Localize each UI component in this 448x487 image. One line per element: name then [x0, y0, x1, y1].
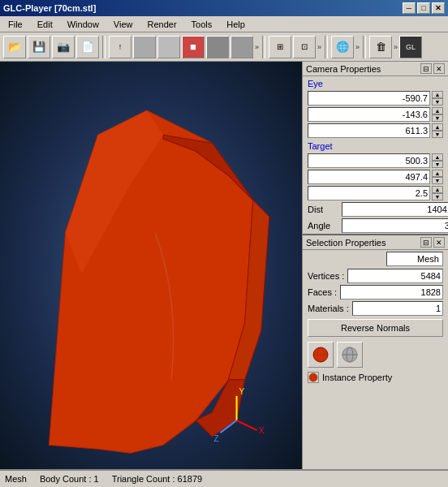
menu-tools[interactable]: Tools — [187, 18, 218, 31]
eye-x-up[interactable]: ▲ — [432, 91, 443, 98]
selection-close-button[interactable]: ✕ — [433, 237, 445, 248]
target-label: Target — [303, 139, 448, 153]
angle-row: Angle ▲ ▼ — [303, 218, 448, 234]
eye-y-up[interactable]: ▲ — [432, 107, 443, 114]
status-bar: Mesh Body Count : 1 Triangle Count : 618… — [0, 469, 448, 487]
viewport[interactable]: Y Z X — [0, 62, 302, 469]
camera-properties-header: Camera Properties ⊟ ✕ — [303, 62, 448, 76]
toolbar-grid2-button[interactable]: ⊡ — [293, 36, 316, 58]
target-z-down[interactable]: ▼ — [432, 193, 443, 200]
toolbar-separator-4 — [363, 36, 366, 58]
angle-input[interactable] — [342, 218, 448, 233]
toolbar-up-button[interactable]: ↑ — [109, 36, 131, 58]
selection-detach-button[interactable]: ⊟ — [420, 237, 432, 248]
target-y-down[interactable]: ▼ — [432, 177, 443, 184]
target-x-up[interactable]: ▲ — [432, 153, 443, 161]
target-x-input[interactable] — [308, 153, 430, 168]
selection-properties-title: Selection Properties — [306, 238, 386, 248]
maximize-button[interactable]: □ — [417, 2, 430, 14]
selection-properties-header: Selection Properties ⊟ ✕ — [303, 234, 448, 250]
svg-line-9 — [237, 420, 257, 430]
angle-label: Angle — [308, 221, 340, 231]
main-area: Y Z X Camera Properties ⊟ ✕ Eye ▲ — [0, 62, 448, 469]
menu-window[interactable]: Window — [62, 18, 104, 31]
close-button[interactable]: ✕ — [432, 2, 445, 14]
target-z-spinners: ▲ ▼ — [432, 186, 443, 200]
toolbar-trash-button[interactable]: 🗑 — [369, 36, 392, 58]
mesh-row: Mesh — [303, 250, 448, 268]
eye-y-row: ▲ ▼ — [303, 106, 448, 123]
eye-z-input[interactable] — [308, 123, 430, 138]
minimize-button[interactable]: ─ — [403, 2, 416, 14]
materials-label: Materials : — [308, 304, 349, 313]
eye-y-input[interactable] — [308, 107, 430, 122]
target-x-down[interactable]: ▼ — [432, 161, 443, 168]
toolbar-expand-1[interactable]: » — [255, 43, 259, 51]
dist-row: Dist ▲ ▼ — [303, 201, 448, 218]
toolbar-separator-3 — [325, 36, 328, 58]
target-z-up[interactable]: ▲ — [432, 186, 443, 193]
target-y-input[interactable] — [308, 170, 430, 184]
eye-y-spinners: ▲ ▼ — [432, 107, 443, 122]
camera-detach-button[interactable]: ⊟ — [420, 63, 432, 74]
toolbar-save-button[interactable]: 💾 — [28, 36, 50, 58]
target-y-row: ▲ ▼ — [303, 169, 448, 185]
title-bar: GLC-Player [70cm.stl] ─ □ ✕ — [0, 0, 448, 16]
svg-text:X: X — [259, 426, 265, 435]
eye-label: Eye — [303, 76, 448, 90]
material-icon-button[interactable] — [308, 342, 334, 368]
title-bar-buttons: ─ □ ✕ — [403, 2, 445, 14]
toolbar-info-button[interactable]: 📄 — [76, 36, 99, 58]
faces-value: 1828 — [340, 285, 443, 300]
eye-x-row: ▲ ▼ — [303, 90, 448, 106]
status-triangle-count: Triangle Count : 61879 — [112, 474, 203, 484]
icon-buttons-row — [303, 339, 448, 370]
eye-z-up[interactable]: ▲ — [432, 123, 443, 131]
toolbar-grid-button[interactable]: ⊞ — [269, 36, 291, 58]
toolbar-expand-4[interactable]: » — [394, 43, 398, 51]
target-y-up[interactable]: ▲ — [432, 170, 443, 177]
svg-text:Y: Y — [239, 387, 245, 396]
dist-input[interactable] — [342, 202, 448, 217]
toolbar-logo-button[interactable]: GL — [399, 36, 422, 58]
toolbar-expand-3[interactable]: » — [355, 43, 360, 51]
eye-z-down[interactable]: ▼ — [432, 131, 443, 138]
window-title: GLC-Player [70cm.stl] — [3, 3, 96, 13]
camera-close-button[interactable]: ✕ — [433, 63, 445, 74]
menu-help[interactable]: Help — [222, 18, 250, 31]
reverse-normals-button[interactable]: Reverse Normals — [308, 319, 443, 337]
vertices-row: Vertices : 5484 — [303, 268, 448, 284]
toolbar-model-button[interactable]: 🌐 — [331, 36, 354, 58]
target-x-spinners: ▲ ▼ — [432, 153, 443, 168]
toolbar-view2-button[interactable] — [157, 36, 180, 58]
svg-text:Z: Z — [213, 434, 218, 443]
target-x-row: ▲ ▼ — [303, 153, 448, 169]
eye-x-down[interactable]: ▼ — [432, 98, 443, 106]
materials-row: Materials : 1 — [303, 300, 448, 317]
target-z-input[interactable] — [308, 186, 430, 200]
status-mesh: Mesh — [5, 474, 27, 484]
toolbar-separator-2 — [262, 36, 265, 58]
eye-z-row: ▲ ▼ — [303, 123, 448, 139]
toolbar-screenshot-button[interactable]: 📷 — [52, 36, 75, 58]
menu-edit[interactable]: Edit — [32, 18, 58, 31]
eye-y-down[interactable]: ▼ — [432, 114, 443, 122]
eye-x-input[interactable] — [308, 91, 430, 106]
instance-property-label: Instance Property — [322, 373, 392, 382]
3d-scene: Y Z X — [0, 62, 302, 469]
toolbar-view5-button[interactable] — [230, 36, 253, 58]
svg-point-18 — [309, 373, 317, 381]
eye-z-spinners: ▲ ▼ — [432, 123, 443, 138]
menu-file[interactable]: File — [3, 18, 28, 31]
menu-view[interactable]: View — [109, 18, 138, 31]
toolbar-expand-2[interactable]: » — [317, 43, 321, 51]
toolbar-view4-button[interactable] — [206, 36, 229, 58]
toolbar-open-button[interactable]: 📂 — [3, 36, 26, 58]
toolbar-view3-button[interactable]: ■ — [182, 36, 205, 58]
toolbar-view1-button[interactable] — [133, 36, 156, 58]
target-z-row: ▲ ▼ — [303, 185, 448, 201]
wire-icon-button[interactable] — [337, 342, 363, 368]
menu-render[interactable]: Render — [142, 18, 181, 31]
vertices-label: Vertices : — [308, 271, 344, 281]
mesh-value: Mesh — [386, 252, 443, 266]
